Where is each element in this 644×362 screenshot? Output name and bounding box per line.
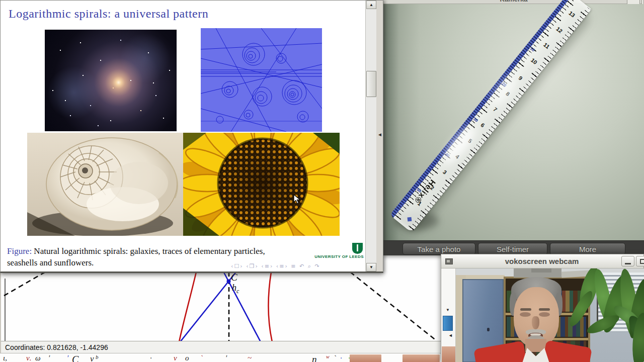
- math-fragment: ι,: [3, 354, 7, 362]
- photo-fragment: [350, 354, 381, 362]
- math-fragment: C: [72, 354, 78, 362]
- camera-titlebar[interactable]: Kamerka: [383, 0, 644, 4]
- scene-papers: [531, 268, 551, 273]
- math-fragment: w: [326, 354, 330, 359]
- screen: ι,ν.ω′′Cvb·νo`′~ηw`··· C hc Coordinates:…: [0, 0, 644, 362]
- plot-height-label: hc: [232, 283, 239, 295]
- more-button[interactable]: More: [550, 243, 625, 255]
- person-eyebrow: [520, 308, 531, 311]
- math-fragment: `: [334, 354, 336, 362]
- scroll-left-icon[interactable]: ◄: [448, 333, 453, 338]
- mouse-cursor: [293, 194, 301, 205]
- collapse-panel-icon[interactable]: ◄: [377, 132, 382, 137]
- particle-tracks-image: [201, 28, 322, 132]
- math-fragment: b: [96, 354, 99, 360]
- plot-point-label: C: [231, 272, 237, 283]
- scene-door-lock: [487, 328, 490, 331]
- math-fragment: η: [312, 354, 316, 362]
- minimize-icon: [625, 263, 631, 264]
- webcam-window: vokoscreen webcam ▼ ◄: [441, 254, 644, 362]
- math-fragment: ′: [225, 354, 227, 362]
- scroll-up-icon: ▲: [369, 3, 373, 7]
- pdf-viewer-window: Logarithmic spirals: a universal pattern: [0, 0, 383, 273]
- person-eye: [520, 312, 531, 317]
- scrollbar-thumb[interactable]: [366, 71, 376, 97]
- camera-viewfinder: 5040302010 12345678910111213 Helix®: [383, 4, 644, 240]
- person-eye: [539, 312, 550, 317]
- scroll-down-icon: ▼: [369, 265, 373, 269]
- background-document-window: ι,ν.ω′′Cvb·νo`′~ηw`···: [0, 353, 455, 362]
- slide-title: Logarithmic spirals: a universal pattern: [9, 7, 208, 21]
- scroll-up-button[interactable]: ▲: [366, 1, 376, 9]
- camera-button-bar: Take a photo Self-timer More: [383, 240, 644, 255]
- math-fragment: ′: [67, 354, 68, 362]
- math-fragment: ν: [174, 354, 177, 362]
- person-nose: [532, 316, 539, 329]
- math-fragment: ~: [248, 354, 252, 362]
- math-fragment: `: [200, 354, 203, 362]
- maximize-button[interactable]: [636, 256, 644, 266]
- webcam-window-title: vokoscreen webcam: [471, 257, 612, 265]
- math-fragment: ·: [340, 354, 342, 362]
- window-icon: [445, 258, 453, 264]
- university-of-leeds-logo-icon: [352, 243, 363, 254]
- minimize-button[interactable]: [621, 256, 634, 266]
- university-of-leeds-logo-text: UNIVERSITY OF LEEDS: [272, 254, 364, 259]
- nautilus-shell-image: [27, 133, 183, 236]
- self-timer-button[interactable]: Self-timer: [478, 243, 547, 255]
- coordinates-text: Coordinates: 0.821628, -1.44296: [5, 343, 108, 351]
- person-face: [514, 287, 559, 347]
- math-fragment: ω: [35, 354, 41, 362]
- caption-label: Figure:: [7, 246, 32, 256]
- photo-fragment: [442, 346, 455, 362]
- spiral-galaxy-image: [45, 30, 177, 131]
- math-fragment: o: [185, 354, 189, 362]
- ruler-logo-mark: [408, 217, 412, 222]
- math-fragment: v: [90, 354, 94, 362]
- scroll-down-button[interactable]: ▼: [366, 263, 376, 272]
- math-fragment: ·: [150, 354, 152, 362]
- beamer-navigation-icons[interactable]: ‹☐› ‹❐› ‹≡› ‹≡› ≡ ↶ ⌕ ↷: [231, 263, 362, 269]
- coordinates-statusbar: Coordinates: 0.821628, -1.44296: [1, 341, 442, 353]
- webcam-video: [456, 268, 644, 362]
- maximize-icon: [640, 259, 644, 264]
- pdf-scrollbar[interactable]: ▲ ▼: [365, 1, 376, 272]
- webcam-titlebar[interactable]: vokoscreen webcam: [441, 254, 643, 268]
- camera-app-window: Kamerka 5040302010 12345678910111213: [383, 0, 644, 255]
- photo-fragment: [403, 354, 440, 362]
- camera-window-title: Kamerka: [383, 0, 644, 3]
- scrollbar-thumb[interactable]: [443, 316, 453, 331]
- math-fragment: ν.: [26, 354, 31, 362]
- scroll-down-icon[interactable]: ▼: [446, 308, 450, 312]
- math-fragment: ′: [48, 354, 50, 362]
- take-photo-button[interactable]: Take a photo: [403, 243, 475, 255]
- background-window-fragment: ▼ ◄: [441, 268, 456, 362]
- sunflower-image: [183, 133, 340, 236]
- person-eyebrow: [539, 308, 550, 311]
